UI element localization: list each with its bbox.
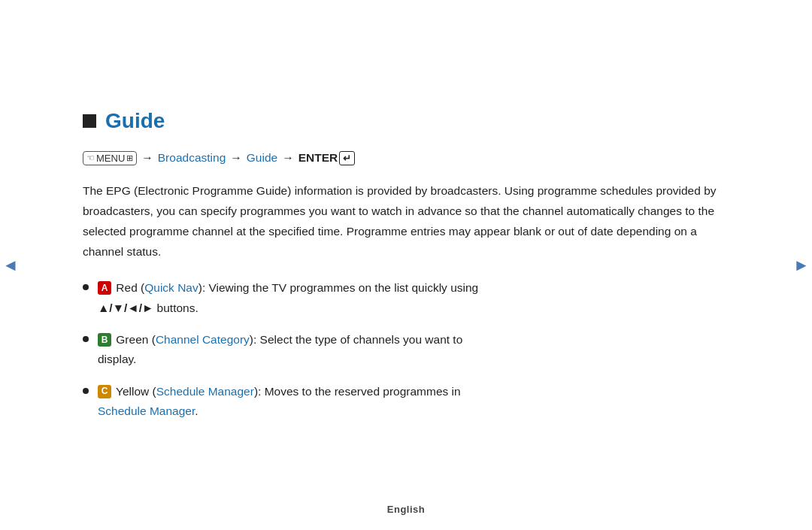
broadcasting-link[interactable]: Broadcasting [158,151,226,165]
badge-red: A [98,281,111,295]
content-area: Guide ☜ MENU ⊞ → Broadcasting → Guide → … [68,86,744,444]
enter-label: ENTER [298,151,338,165]
title-icon [83,114,96,128]
title-row: Guide [83,109,729,133]
arrow-3: → [282,151,294,165]
arrow-1: → [141,151,153,165]
bullet-list: A Red (Quick Nav): Viewing the TV progra… [83,278,729,421]
enter-button: ENTER ↵ [298,151,356,165]
enter-icon: ↵ [339,151,355,165]
bullet-content-1: A Red (Quick Nav): Viewing the TV progra… [98,278,729,318]
left-nav-arrow[interactable]: ◄ [0,247,21,284]
badge-yellow: C [98,385,111,398]
list-item: A Red (Quick Nav): Viewing the TV progra… [83,278,729,318]
schedule-manager-link-2[interactable]: Schedule Manager [98,404,195,417]
quick-nav-link[interactable]: Quick Nav [144,281,198,294]
list-item: B Green (Channel Category): Select the t… [83,330,729,370]
bullet-dot [83,388,89,394]
arrow-2: → [230,151,242,165]
page-title: Guide [105,109,165,133]
bullet-text-3: ): Moves to the reserved programmes in [254,385,461,398]
guide-link[interactable]: Guide [247,151,277,165]
right-nav-arrow[interactable]: ► [791,247,812,284]
page-container: ◄ ► Guide ☜ MENU ⊞ → Broadcasting → Guid… [0,0,812,530]
color-label-yellow: Yellow ( [116,385,156,398]
menu-path: ☜ MENU ⊞ → Broadcasting → Guide → ENTER … [83,151,729,165]
channel-category-link[interactable]: Channel Category [156,333,250,346]
bullet-dot [83,336,89,342]
bullet-dot [83,284,89,290]
menu-icon: ☜ MENU ⊞ [83,151,137,165]
schedule-manager-link[interactable]: Schedule Manager [156,385,254,398]
menu-icon-label: MENU [96,153,125,164]
bullet-content-3: C Yellow (Schedule Manager): Moves to th… [98,382,729,422]
list-item: C Yellow (Schedule Manager): Moves to th… [83,382,729,422]
color-label-red: Red ( [116,281,144,294]
color-label-green: Green ( [116,333,156,346]
nav-buttons: ▲/▼/◄/► [98,301,153,314]
badge-green: B [98,333,111,347]
bullet-content-2: B Green (Channel Category): Select the t… [98,330,729,370]
footer-language: English [387,504,425,515]
description-text: The EPG (Electronic Programme Guide) inf… [83,180,729,262]
